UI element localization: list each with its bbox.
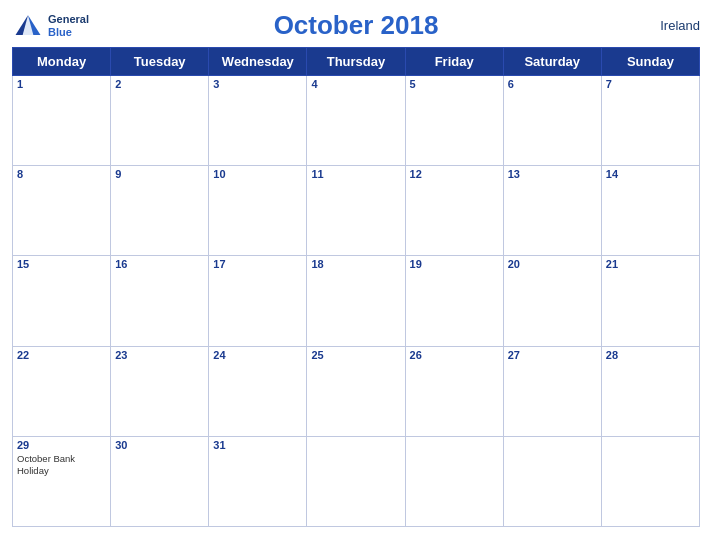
calendar-table: MondayTuesdayWednesdayThursdayFridaySatu… xyxy=(12,47,700,527)
calendar-cell: 14 xyxy=(601,166,699,256)
calendar-cell: 11 xyxy=(307,166,405,256)
calendar-week-3: 15161718192021 xyxy=(13,256,700,346)
day-number: 4 xyxy=(311,78,400,90)
calendar-cell: 10 xyxy=(209,166,307,256)
day-number: 29 xyxy=(17,439,106,451)
calendar-week-5: 29October Bank Holiday3031 xyxy=(13,436,700,526)
calendar-cell: 29October Bank Holiday xyxy=(13,436,111,526)
calendar-cell xyxy=(503,436,601,526)
day-number: 17 xyxy=(213,258,302,270)
calendar-cell: 13 xyxy=(503,166,601,256)
calendar-cell: 17 xyxy=(209,256,307,346)
logo-blue: Blue xyxy=(48,26,72,38)
day-number: 8 xyxy=(17,168,106,180)
day-number: 3 xyxy=(213,78,302,90)
calendar-header-row: MondayTuesdayWednesdayThursdayFridaySatu… xyxy=(13,48,700,76)
day-number: 15 xyxy=(17,258,106,270)
calendar-cell: 5 xyxy=(405,76,503,166)
calendar-cell: 7 xyxy=(601,76,699,166)
calendar-cell: 1 xyxy=(13,76,111,166)
calendar-cell: 8 xyxy=(13,166,111,256)
day-header-thursday: Thursday xyxy=(307,48,405,76)
day-number: 27 xyxy=(508,349,597,361)
day-number: 22 xyxy=(17,349,106,361)
day-header-monday: Monday xyxy=(13,48,111,76)
day-number: 19 xyxy=(410,258,499,270)
calendar-week-2: 891011121314 xyxy=(13,166,700,256)
calendar-cell: 16 xyxy=(111,256,209,346)
day-number: 12 xyxy=(410,168,499,180)
calendar-cell: 9 xyxy=(111,166,209,256)
day-number: 7 xyxy=(606,78,695,90)
calendar-cell: 25 xyxy=(307,346,405,436)
calendar-cell: 31 xyxy=(209,436,307,526)
day-number: 16 xyxy=(115,258,204,270)
day-number: 14 xyxy=(606,168,695,180)
calendar-cell: 26 xyxy=(405,346,503,436)
logo-text: General Blue xyxy=(48,13,89,37)
logo-general: General xyxy=(48,13,89,25)
day-header-saturday: Saturday xyxy=(503,48,601,76)
calendar-container: General Blue October 2018 Ireland Monday… xyxy=(0,0,712,550)
day-number: 9 xyxy=(115,168,204,180)
calendar-cell: 30 xyxy=(111,436,209,526)
logo-icon xyxy=(12,10,44,42)
day-number: 11 xyxy=(311,168,400,180)
calendar-cell xyxy=(307,436,405,526)
calendar-cell: 22 xyxy=(13,346,111,436)
day-number: 30 xyxy=(115,439,204,451)
day-number: 13 xyxy=(508,168,597,180)
calendar-cell: 2 xyxy=(111,76,209,166)
day-number: 1 xyxy=(17,78,106,90)
calendar-cell: 23 xyxy=(111,346,209,436)
calendar-cell: 6 xyxy=(503,76,601,166)
calendar-cell: 18 xyxy=(307,256,405,346)
day-number: 20 xyxy=(508,258,597,270)
day-number: 6 xyxy=(508,78,597,90)
calendar-cell: 21 xyxy=(601,256,699,346)
day-header-sunday: Sunday xyxy=(601,48,699,76)
month-title: October 2018 xyxy=(274,10,439,41)
calendar-cell: 28 xyxy=(601,346,699,436)
calendar-cell xyxy=(405,436,503,526)
calendar-cell: 15 xyxy=(13,256,111,346)
day-number: 5 xyxy=(410,78,499,90)
day-number: 23 xyxy=(115,349,204,361)
day-number: 2 xyxy=(115,78,204,90)
calendar-cell: 24 xyxy=(209,346,307,436)
day-header-wednesday: Wednesday xyxy=(209,48,307,76)
day-number: 28 xyxy=(606,349,695,361)
calendar-week-4: 22232425262728 xyxy=(13,346,700,436)
day-number: 18 xyxy=(311,258,400,270)
calendar-cell: 4 xyxy=(307,76,405,166)
calendar-header: General Blue October 2018 Ireland xyxy=(12,10,700,41)
calendar-cell: 3 xyxy=(209,76,307,166)
calendar-body: 1234567891011121314151617181920212223242… xyxy=(13,76,700,527)
calendar-cell: 12 xyxy=(405,166,503,256)
calendar-cell: 27 xyxy=(503,346,601,436)
day-header-tuesday: Tuesday xyxy=(111,48,209,76)
calendar-cell: 19 xyxy=(405,256,503,346)
day-number: 24 xyxy=(213,349,302,361)
day-event: October Bank Holiday xyxy=(17,453,106,478)
day-header-friday: Friday xyxy=(405,48,503,76)
day-number: 25 xyxy=(311,349,400,361)
day-number: 10 xyxy=(213,168,302,180)
day-number: 31 xyxy=(213,439,302,451)
country-label: Ireland xyxy=(660,18,700,33)
day-number: 21 xyxy=(606,258,695,270)
calendar-cell xyxy=(601,436,699,526)
calendar-cell: 20 xyxy=(503,256,601,346)
day-number: 26 xyxy=(410,349,499,361)
logo: General Blue xyxy=(12,10,89,42)
calendar-week-1: 1234567 xyxy=(13,76,700,166)
